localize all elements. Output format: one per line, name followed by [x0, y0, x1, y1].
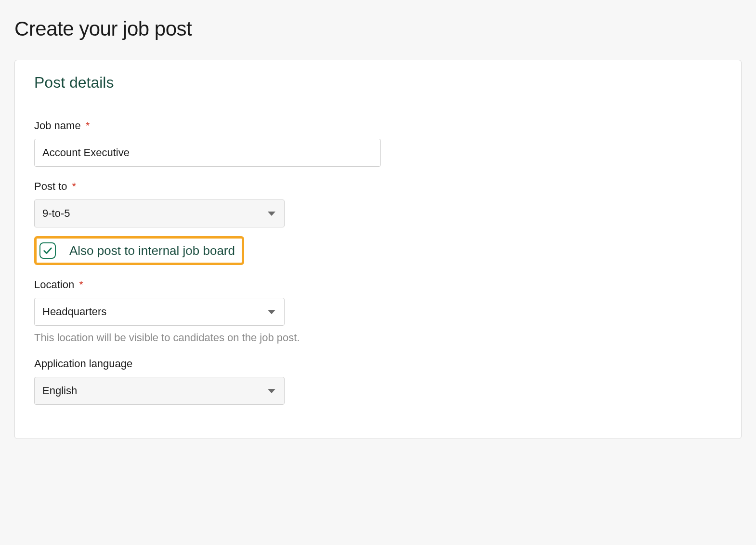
required-indicator: * [86, 120, 90, 132]
job-name-label-text: Job name [34, 120, 81, 132]
job-name-field: Job name * [34, 120, 722, 167]
internal-post-label: Also post to internal job board [69, 243, 235, 258]
page-title: Create your job post [14, 17, 742, 40]
internal-post-highlight: Also post to internal job board [34, 236, 244, 265]
chevron-down-icon [268, 389, 275, 393]
job-name-input[interactable] [34, 139, 381, 167]
card-title: Post details [34, 74, 722, 92]
location-select[interactable]: Headquarters [34, 298, 285, 326]
language-label: Application language [34, 358, 722, 370]
internal-post-checkbox[interactable] [39, 242, 56, 259]
post-to-value: 9-to-5 [42, 207, 70, 220]
post-to-select[interactable]: 9-to-5 [34, 199, 285, 227]
location-field: Location * Headquarters This location wi… [34, 279, 722, 344]
language-select[interactable]: English [34, 377, 285, 405]
location-value: Headquarters [42, 306, 106, 318]
location-label: Location * [34, 279, 722, 291]
chevron-down-icon [268, 310, 275, 314]
location-label-text: Location [34, 279, 74, 291]
post-to-label-text: Post to [34, 180, 67, 192]
language-label-text: Application language [34, 358, 132, 370]
required-indicator: * [79, 279, 83, 291]
required-indicator: * [72, 180, 77, 192]
job-name-label: Job name * [34, 120, 722, 132]
post-to-label: Post to * [34, 180, 722, 193]
post-to-field: Post to * 9-to-5 Also post to internal j… [34, 180, 722, 265]
language-field: Application language English [34, 358, 722, 405]
location-hint: This location will be visible to candida… [34, 332, 722, 344]
check-icon [42, 245, 53, 256]
post-details-card: Post details Job name * Post to * 9-to-5 [14, 60, 742, 439]
chevron-down-icon [268, 212, 275, 216]
language-value: English [42, 385, 77, 397]
